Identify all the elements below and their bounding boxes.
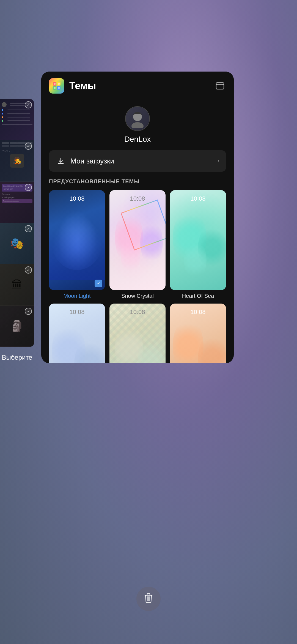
main-app-card: Темы DenLox: [41, 72, 234, 363]
svg-point-11: [131, 122, 144, 128]
sidebar-check-2: ✓: [25, 143, 32, 150]
download-icon: [56, 156, 66, 166]
svg-rect-6: [54, 87, 56, 89]
theme-time-lightofamber: 10:08: [170, 309, 226, 316]
sidebar-item-4: 🎭 ✓: [0, 223, 34, 264]
theme-time-moonlight: 10:08: [49, 195, 105, 202]
profile-section: DenLox: [41, 98, 234, 150]
app-icon: [49, 78, 64, 94]
theme-name-snowcrystal: Snow Crystal: [121, 293, 154, 299]
sidebar-item-3: АХАХАХАХАХАХАХ В ЦИТАТНИЙ Это вжки Я теб…: [0, 182, 34, 223]
theme-card-moonlight: 10:08 ✓: [49, 190, 105, 290]
sidebar-item-2: ブレマシー 🧑‍🎤 ✓: [0, 140, 34, 182]
username: DenLox: [124, 135, 151, 144]
sidebar-check-4: ✓: [25, 225, 32, 232]
theme-card-heartofsea: 10:08: [170, 190, 226, 290]
downloads-button[interactable]: Мои загрузки ›: [49, 150, 226, 172]
theme-card-lightofamber: 10:08: [170, 304, 226, 363]
theme-time-honorcolor: 10:08: [109, 309, 166, 316]
sidebar-check-5: ✓: [25, 266, 32, 274]
svg-rect-7: [58, 87, 60, 89]
trash-button[interactable]: [136, 587, 161, 611]
sidebar-check-1: ✓: [25, 101, 32, 108]
themes-grid: 10:08 ✓ Moon Light 10:08 Snow Crystal: [41, 190, 234, 363]
trash-icon: [143, 592, 154, 606]
theme-card-snowcrystal: 10:08: [109, 190, 166, 290]
sidebar-check-3: ✓: [25, 184, 32, 191]
downloads-label: Мои загрузки: [70, 157, 218, 165]
sidebar-item-5: 🏛 ✓: [0, 264, 34, 305]
theme-item-honorcolor[interactable]: 10:08 HONOR Color: [109, 304, 166, 363]
sidebar-item-6: 🗿 ✓: [0, 305, 34, 347]
theme-item-lightofsea[interactable]: 10:08 Light Of Amber: [170, 304, 226, 363]
theme-card-eternalmoment: 10:08: [49, 304, 105, 363]
window-icon[interactable]: [214, 80, 226, 92]
svg-rect-12: [58, 163, 64, 164]
svg-rect-8: [216, 83, 224, 89]
preset-section-title: ПРЕДУСТАНОВЛЕННЫЕ ТЕМЫ: [41, 178, 234, 190]
svg-rect-5: [58, 83, 60, 85]
sidebar-check-6: ✓: [25, 308, 32, 315]
background-app-card: ✓ ブレマシー 🧑‍🎤 ✓ АХАХАХАХАХАХАХ В ЦИТАТНИЙ …: [0, 99, 34, 347]
downloads-chevron-icon: ›: [218, 157, 219, 165]
theme-name-heartofsea: Heart Of Sea: [182, 293, 214, 299]
theme-time-snowcrystal: 10:08: [109, 195, 166, 202]
sidebar-bottom-label: Выберите: [0, 354, 34, 361]
theme-time-heartofsea: 10:08: [170, 195, 226, 202]
sidebar-item-1: ✓: [0, 99, 34, 140]
theme-item-moonlight[interactable]: 10:08 ✓ Moon Light: [49, 190, 105, 299]
theme-item-heartofsea[interactable]: 10:08 Heart Of Sea: [170, 190, 226, 299]
theme-time-eternalmoment: 10:08: [49, 309, 105, 316]
theme-item-snowcrystal[interactable]: 10:08 Snow Crystal: [109, 190, 166, 299]
theme-card-honorcolor: 10:08: [109, 304, 166, 363]
app-title: Темы: [69, 80, 214, 92]
svg-rect-4: [54, 83, 56, 85]
theme-name-moonlight: Moon Light: [64, 293, 91, 299]
user-avatar: [125, 106, 150, 131]
theme-item-eternalmoment[interactable]: 10:08 Eternal Moment: [49, 304, 105, 363]
app-header: Темы: [41, 72, 234, 98]
theme-selected-check: ✓: [95, 280, 102, 287]
